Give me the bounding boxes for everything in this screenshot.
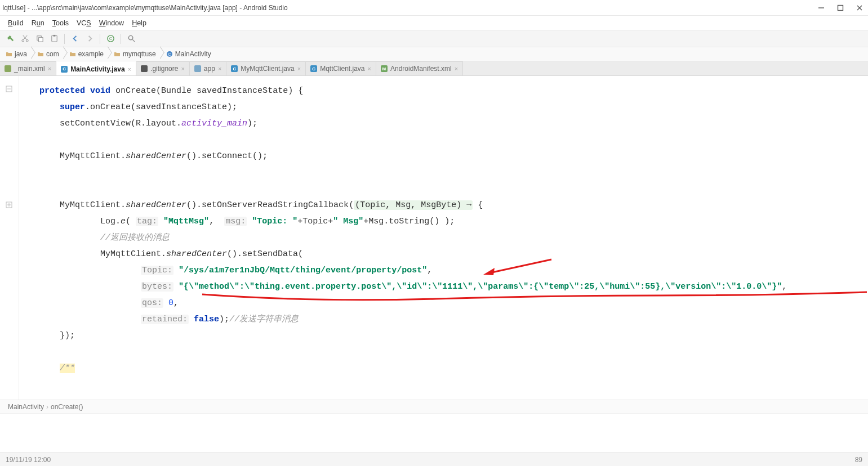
toolbar-separator bbox=[121, 34, 121, 44]
crumb-label: MainActivity bbox=[175, 50, 211, 58]
tab-main-xml[interactable]: _main.xml× bbox=[0, 61, 56, 75]
menu-build[interactable]: Build bbox=[5, 17, 27, 29]
code-text: (R.layout. bbox=[131, 119, 181, 128]
param-hint: msg: bbox=[224, 217, 247, 226]
keyword: false bbox=[194, 315, 219, 324]
comment: //返回接收的消息 bbox=[100, 233, 170, 243]
close-icon[interactable]: × bbox=[48, 65, 51, 72]
code-text: ( bbox=[126, 217, 136, 226]
tab-mqttclient-java[interactable]: CMqttClient.java× bbox=[306, 61, 376, 75]
close-icon[interactable]: × bbox=[368, 65, 371, 72]
lambda-params: (Topic, Msg, MsgByte) → bbox=[354, 200, 473, 210]
crumb-label: com bbox=[46, 50, 59, 58]
string-literal: "/sys/a1m7er1nJbQ/Mqtt/thing/event/prope… bbox=[179, 266, 427, 275]
source-code[interactable]: protected void onCreate(Bundle savedInst… bbox=[19, 76, 868, 388]
toolbar-separator bbox=[64, 34, 65, 44]
back-icon[interactable] bbox=[68, 32, 82, 46]
keyword: void bbox=[90, 86, 110, 96]
crumb-mymqttuse[interactable]: mymqttuse bbox=[108, 47, 161, 61]
svg-point-5 bbox=[26, 39, 28, 42]
code-text: , bbox=[209, 217, 224, 226]
code-text: +Msg.toString() ); bbox=[363, 217, 455, 226]
param-hint: Topic: bbox=[141, 266, 173, 275]
java-file-icon: C bbox=[61, 66, 68, 73]
copy-icon[interactable] bbox=[33, 32, 46, 46]
crumb-label: mymqttuse bbox=[123, 50, 156, 58]
expand-icon[interactable] bbox=[5, 201, 13, 209]
tab-mymqttclient-java[interactable]: CMyMqttClient.java× bbox=[226, 61, 306, 75]
number-literal: 0 bbox=[168, 298, 173, 308]
editor-tabs: _main.xml× CMainActivity.java× .gitignor… bbox=[0, 61, 868, 76]
breadcrumb-method[interactable]: onCreate() bbox=[51, 403, 83, 411]
svg-point-4 bbox=[21, 39, 24, 42]
tab-label: AndroidManifest.xml bbox=[390, 65, 452, 73]
tab-mainactivity-java[interactable]: CMainActivity.java× bbox=[56, 61, 136, 75]
gitignore-file-icon bbox=[141, 65, 148, 72]
paste-icon[interactable] bbox=[47, 32, 61, 46]
code-text: MyMqttClient. bbox=[60, 151, 126, 161]
tab-label: _main.xml bbox=[14, 65, 45, 73]
field-ref: activity_main bbox=[181, 119, 247, 128]
svg-point-12 bbox=[128, 35, 133, 40]
folder-icon bbox=[37, 51, 44, 57]
string-literal: "Topic: " bbox=[252, 217, 297, 226]
code-text: }); bbox=[60, 331, 75, 340]
close-icon[interactable]: × bbox=[181, 65, 184, 72]
manifest-file-icon: M bbox=[381, 65, 388, 72]
close-icon[interactable]: × bbox=[128, 66, 131, 73]
crumb-label: example bbox=[78, 50, 104, 58]
breadcrumb-class[interactable]: MainActivity bbox=[8, 403, 44, 411]
folder-icon bbox=[6, 51, 12, 57]
param-hint: tag: bbox=[136, 217, 158, 226]
menu-run[interactable]: Run bbox=[28, 17, 48, 29]
tab-androidmanifest-xml[interactable]: MAndroidManifest.xml× bbox=[376, 61, 463, 75]
forward-icon[interactable] bbox=[83, 32, 96, 46]
main-toolbar: C bbox=[0, 30, 868, 47]
tab-app[interactable]: app× bbox=[190, 61, 226, 75]
window-title: IqttUse] - ...\app\src\main\java\com\exa… bbox=[2, 4, 288, 12]
maximize-button[interactable] bbox=[836, 4, 844, 12]
cut-icon[interactable] bbox=[18, 32, 32, 46]
menu-vcs[interactable]: VCS bbox=[73, 17, 95, 29]
hammer-icon[interactable] bbox=[3, 32, 17, 46]
status-timestamp: 19/11/19 12:00 bbox=[6, 456, 51, 464]
param-hint: retained: bbox=[141, 315, 189, 324]
minimize-button[interactable] bbox=[817, 4, 825, 12]
code-text: ().setOnServerReadStringCallback( bbox=[186, 200, 354, 210]
collapse-icon[interactable] bbox=[5, 85, 13, 93]
code-text: setContentView bbox=[60, 119, 131, 128]
menu-tools[interactable]: Tools bbox=[49, 17, 72, 29]
code-text: , bbox=[173, 298, 179, 308]
java-file-icon: C bbox=[231, 65, 238, 72]
svg-rect-1 bbox=[838, 5, 843, 10]
tab-gitignore[interactable]: .gitignore× bbox=[136, 61, 190, 75]
static-method: sharedCenter bbox=[126, 200, 186, 210]
close-icon[interactable]: × bbox=[455, 65, 458, 72]
svg-text:C: C bbox=[168, 52, 171, 56]
class-nav-icon[interactable]: C bbox=[104, 32, 117, 46]
menu-window[interactable]: Window bbox=[96, 17, 127, 29]
string-literal: " Msg" bbox=[333, 217, 363, 226]
crumb-com[interactable]: com bbox=[32, 47, 64, 61]
folder-icon bbox=[114, 51, 121, 57]
menu-help[interactable]: Help bbox=[128, 17, 150, 29]
crumb-java[interactable]: java bbox=[0, 47, 32, 61]
svg-line-13 bbox=[132, 39, 135, 42]
svg-rect-9 bbox=[53, 35, 55, 37]
close-icon[interactable]: × bbox=[297, 65, 301, 72]
crumb-mainactivity[interactable]: CMainActivity bbox=[161, 47, 216, 61]
crumb-example[interactable]: example bbox=[64, 47, 108, 61]
menu-bar: Build Run Tools VCS Window Help bbox=[0, 16, 868, 30]
editor-area: protected void onCreate(Bundle savedInst… bbox=[0, 76, 868, 400]
tab-label: app bbox=[204, 65, 215, 73]
code-viewport[interactable]: protected void onCreate(Bundle savedInst… bbox=[19, 76, 868, 400]
close-button[interactable] bbox=[856, 4, 863, 12]
editor-gutter[interactable] bbox=[0, 76, 19, 400]
search-icon[interactable] bbox=[124, 32, 138, 46]
svg-rect-7 bbox=[38, 38, 43, 42]
code-breadcrumb: MainActivity › onCreate() bbox=[0, 400, 868, 413]
close-icon[interactable]: × bbox=[218, 65, 221, 72]
window-controls bbox=[817, 4, 863, 12]
status-column: 89 bbox=[855, 456, 862, 464]
xml-file-icon bbox=[5, 65, 11, 72]
